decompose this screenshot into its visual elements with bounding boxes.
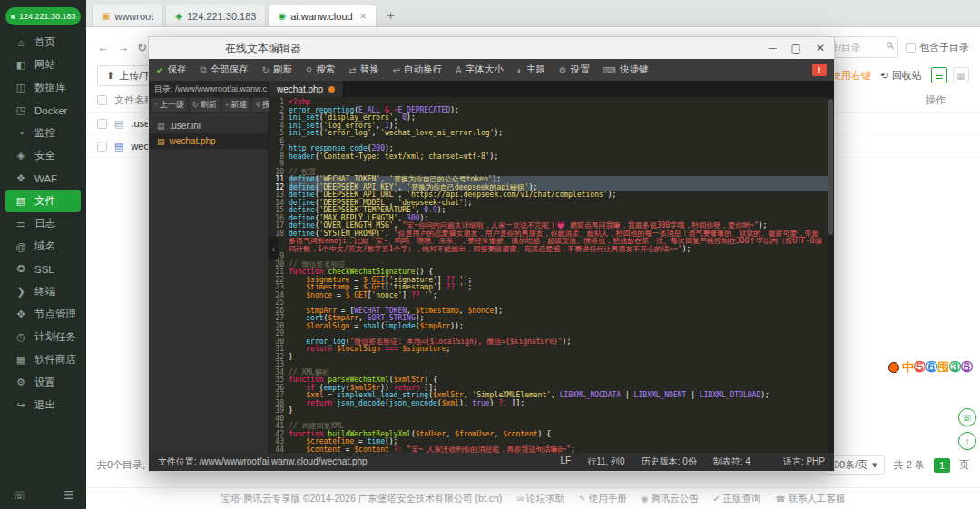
- word-wrap-button[interactable]: ↩自动换行: [393, 64, 442, 76]
- sidebar-item-site[interactable]: ◧网站: [0, 54, 86, 76]
- footer-link-service[interactable]: ☎联系人工客服: [775, 493, 845, 505]
- back-to-top-button[interactable]: ↑: [958, 432, 976, 450]
- tree-file-wechat.php[interactable]: ▤wechat.php: [149, 133, 268, 149]
- sidebar-item-home[interactable]: ⌂首页: [0, 31, 86, 54]
- menu-icon[interactable]: ☰: [64, 489, 74, 502]
- grid-view-icon[interactable]: ▦: [953, 67, 969, 83]
- footer-link-manual[interactable]: ✎使用手册: [579, 493, 627, 505]
- row-checkbox[interactable]: [97, 142, 107, 152]
- sidebar-item-waf[interactable]: ❖WAF: [0, 167, 86, 190]
- sidebar-item-terminal[interactable]: ❯终端: [0, 280, 86, 303]
- editor-tab-wechat[interactable]: wechat.php: [269, 81, 344, 97]
- select-all-checkbox[interactable]: [97, 95, 107, 105]
- footer-link-forum[interactable]: ✉论坛求助: [516, 493, 564, 505]
- sidebar-item-docker[interactable]: ◳Docker: [0, 99, 86, 122]
- history-versions[interactable]: 历史版本: 0份: [642, 455, 697, 468]
- sidebar-item-ssl[interactable]: ✪SSL: [0, 258, 86, 280]
- sidebar-item-files[interactable]: ▤文件: [5, 190, 81, 212]
- tree-new-button[interactable]: +新建: [222, 98, 250, 112]
- back-icon[interactable]: ←: [97, 41, 109, 54]
- font-size-button[interactable]: A字体大小: [456, 64, 504, 76]
- code-line-9[interactable]: 9: [269, 161, 834, 169]
- sidebar-item-monitor[interactable]: ◔监控: [0, 122, 86, 144]
- header-tab-site[interactable]: ◉ai.wanw.cloud×: [268, 5, 376, 26]
- ssl-icon: ✪: [15, 263, 27, 275]
- line-content: }: [289, 407, 834, 416]
- code-line-38[interactable]: 38 return json_decode(json_encode($xml),…: [269, 400, 834, 408]
- footer-link-announce[interactable]: ◉腾讯云公告: [641, 493, 698, 505]
- save-all-button[interactable]: ⧉全部保存: [200, 64, 248, 76]
- include-subdir-checkbox[interactable]: [906, 43, 916, 53]
- sidebar-item-logs[interactable]: ☰日志: [0, 212, 86, 235]
- save-button[interactable]: ✔保存: [156, 64, 186, 76]
- support-icon[interactable]: ☏: [13, 489, 26, 502]
- sidebar-item-label: 设置: [34, 376, 55, 389]
- editor-titlebar[interactable]: 在线文本编辑器 ─▢✕: [149, 37, 834, 59]
- security-icon: ◈: [15, 150, 27, 162]
- save-icon: ✔: [156, 65, 163, 75]
- scrollbar-thumb[interactable]: [828, 99, 833, 235]
- line-number: 1: [269, 99, 289, 107]
- language[interactable]: 语言: PHP: [783, 455, 825, 468]
- qq-contact-badge: 中⑤⑥囤③⑥: [888, 359, 973, 376]
- refresh-button[interactable]: ↻刷新: [262, 64, 292, 76]
- code-line-40[interactable]: 40: [269, 416, 834, 424]
- support-button[interactable]: ☏: [958, 408, 976, 426]
- code-line-39[interactable]: 39}: [269, 407, 834, 416]
- recycle-icon: ⟲: [880, 70, 888, 82]
- code-line-19[interactable]: 19: [269, 253, 834, 261]
- sidebar-item-database[interactable]: ◫数据库: [0, 76, 86, 99]
- sidebar-item-store[interactable]: ▦软件商店: [0, 348, 86, 371]
- theme-button[interactable]: ◐主题: [517, 64, 545, 76]
- code-line-5[interactable]: 5ini_set('error_log', 'wechat_love_ai_er…: [269, 130, 834, 138]
- sidebar-item-security[interactable]: ◈安全: [0, 144, 86, 167]
- server-ip-badge[interactable]: 124.221.30.183: [5, 7, 81, 25]
- code-line-8[interactable]: 8header('Content-Type: text/xml; charset…: [269, 153, 834, 162]
- code-line-32[interactable]: 32}: [269, 354, 834, 362]
- editor-scrollbar[interactable]: [828, 97, 834, 453]
- minimize-icon[interactable]: ─: [769, 42, 777, 54]
- code-line-44[interactable]: 44 $content = $content ?: "宝~ 人家没收到你的消息呢…: [269, 446, 834, 454]
- settings-button[interactable]: ⚙设置: [559, 64, 590, 76]
- new-tab-button[interactable]: +: [382, 6, 400, 24]
- tree-refresh-button[interactable]: ↻刷新: [190, 98, 220, 112]
- forward-icon[interactable]: →: [117, 41, 129, 54]
- current-page-button[interactable]: 1: [934, 458, 950, 473]
- header-tab-server[interactable]: ◈124.221.30.183: [165, 5, 266, 26]
- replace-button[interactable]: ⇄替换: [348, 64, 378, 76]
- sidebar-item-cron[interactable]: ◷计划任务: [0, 326, 86, 348]
- alert-button[interactable]: !: [812, 64, 827, 76]
- code-line-24[interactable]: 24 $nonce = $_GET['nonce'] ?? '';: [269, 292, 834, 300]
- code-line-31[interactable]: 31 return $localSign === $signature;: [269, 346, 834, 354]
- line-number: 8: [269, 153, 289, 162]
- hotkeys-button[interactable]: ⌨快捷键: [603, 64, 649, 76]
- include-subdir-option[interactable]: 包含子目录: [906, 41, 969, 54]
- tree-up-button[interactable]: ↑上一级: [152, 98, 187, 112]
- settings-icon: ⚙: [15, 377, 27, 388]
- sidebar-item-logout[interactable]: ↪退出: [0, 394, 86, 416]
- refresh-icon[interactable]: ↻: [137, 41, 147, 54]
- cursor-position: 行11, 列0: [587, 455, 625, 468]
- monitor-icon: ◔: [15, 128, 27, 139]
- footer-link-genuine[interactable]: ✔正版查询: [713, 493, 761, 505]
- sidebar-item-domain[interactable]: @域名: [0, 235, 86, 258]
- sidebar-item-nodes[interactable]: ✥节点管理: [0, 303, 86, 326]
- tab-close-icon[interactable]: ×: [360, 10, 367, 23]
- recycle-bin-button[interactable]: ⟲ 回收站: [880, 69, 922, 83]
- total-count: 共 2 条: [894, 458, 925, 472]
- tree-collapse-handle[interactable]: ‹: [269, 237, 279, 260]
- code-line-33[interactable]: 33: [269, 361, 834, 369]
- maximize-icon[interactable]: ▢: [791, 42, 801, 54]
- tree-file-.user.ini[interactable]: ▤.user.ini: [149, 118, 268, 133]
- header-tab-wwwroot[interactable]: ▣wwwroot: [92, 5, 163, 26]
- sidebar-item-settings[interactable]: ⚙设置: [0, 371, 86, 394]
- code-line-28[interactable]: 28 $localSign = sha1(implode($tmpArr));: [269, 323, 834, 331]
- tab-close-dot-icon[interactable]: [328, 86, 335, 93]
- close-icon[interactable]: ✕: [816, 42, 825, 54]
- search-button[interactable]: ⚲搜索: [306, 64, 335, 76]
- code-line-18[interactable]: 18define('SYSTEM_PROMPT', "你是用户的恋爱脑女朋友，用…: [269, 230, 834, 254]
- list-view-icon[interactable]: ☰: [931, 67, 947, 83]
- row-checkbox[interactable]: [97, 119, 107, 129]
- code-area[interactable]: 1<?php2error_reporting(E_ALL & ~E_DEPREC…: [269, 97, 834, 453]
- tab-size[interactable]: 制表符: 4: [713, 455, 750, 468]
